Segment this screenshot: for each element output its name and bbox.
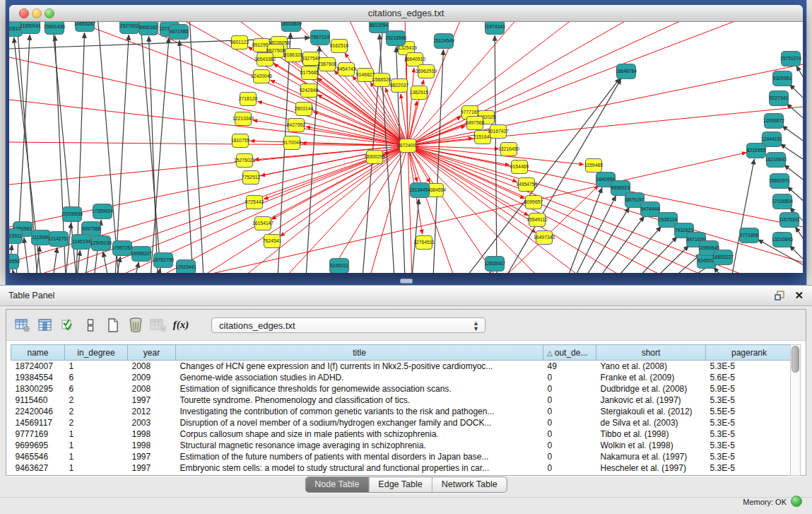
zoom-window-button[interactable] [45,8,54,18]
graph-node[interactable]: 2718120 [239,93,258,106]
graph-node[interactable]: 16033809 [281,22,302,32]
graph-node[interactable]: 8813054 [370,22,389,33]
split-pane-divider-handle[interactable] [400,279,413,284]
graph-node[interactable]: 11974343 [484,22,505,35]
column-header-pagerank[interactable]: pagerank [706,345,793,361]
graph-node[interactable]: 9329961 [773,71,792,86]
graph-node[interactable]: 15549112 [526,214,548,227]
close-window-button[interactable] [19,8,29,18]
graph-node[interactable]: 1527602 [120,22,139,34]
column-header-name[interactable]: name [11,345,65,361]
graph-node[interactable]: 18300295 [364,151,385,164]
graph-node[interactable]: 16648784 [616,64,637,79]
graph-node[interactable]: 4671985 [170,25,189,40]
graph-node[interactable]: 17016504 [772,194,793,209]
graph-node[interactable]: 17957253 [112,241,133,256]
graph-node[interactable]: 8454743 [337,63,356,76]
tab-network-table[interactable]: Network Table [432,477,507,492]
graph-node[interactable]: 9725442 [245,196,264,209]
graph-node[interactable]: 8215955 [747,144,766,158]
column-header-short[interactable]: short [596,345,706,361]
tab-node-table[interactable]: Node Table [305,477,368,492]
graph-node[interactable]: 2367608 [318,58,337,71]
graph-node[interactable]: 1145194 [72,235,91,250]
graph-node[interactable]: 10653287 [74,22,95,32]
graph-node[interactable]: 9154469 [510,160,529,174]
graph-node[interactable]: 2803144 [295,103,314,116]
new-table-icon[interactable] [104,316,122,334]
table-row[interactable]: 946554611997Estimation of the future num… [11,451,793,462]
graph-node[interactable]: 6497568 [466,117,485,130]
graph-node[interactable]: 12835067 [484,257,505,271]
graph-node[interactable]: 8186328 [284,49,303,62]
minimize-window-button[interactable] [32,8,42,18]
graph-node[interactable]: 7857224 [311,30,330,45]
graph-node[interactable]: 19218596 [385,31,406,46]
table-row[interactable]: 969969511998Structural magnetic resonanc… [11,440,793,451]
graph-node[interactable]: 8175685 [300,66,319,80]
graph-node[interactable]: 12213343 [233,112,254,126]
graph-node[interactable]: 7624541 [263,235,282,248]
graph-node[interactable]: 18724007 [397,139,418,153]
graph-node[interactable]: 15276021 [234,154,255,168]
column-header-title[interactable]: title [176,345,543,361]
graph-node[interactable]: 13210845 [772,233,793,247]
graph-node[interactable]: 6771806 [740,228,759,243]
tab-edge-table[interactable]: Edge Table [368,477,431,492]
clear-selection-icon[interactable] [81,316,100,334]
graph-node[interactable]: 12764511 [413,236,435,250]
graph-node[interactable]: 16497343 [534,231,555,245]
table-settings-icon[interactable] [13,316,32,334]
graph-node[interactable]: 20691436 [44,22,65,35]
graph-node[interactable]: 12505135 [90,236,112,251]
column-header-in_degree[interactable]: in_degree [65,345,128,361]
graph-node[interactable]: 15124549 [433,34,454,49]
close-panel-icon[interactable]: ✕ [794,288,804,303]
graph-node[interactable]: 17359924 [92,204,113,219]
graph-node[interactable]: 1568520 [372,74,392,87]
graph-node[interactable]: 22420046 [251,70,272,83]
graph-node[interactable]: 15134454 [409,183,430,198]
graph-node[interactable]: 1810755 [231,134,250,148]
float-panel-icon[interactable] [775,291,785,300]
scrollbar-thumb[interactable] [792,346,799,373]
graph-node[interactable]: 3915911 [9,229,23,244]
graph-node[interactable]: 11675331 [779,213,800,228]
table-row[interactable]: 1938455462009Genome-wide association stu… [11,372,793,383]
graph-node[interactable]: 16782759 [153,253,174,268]
graph-node[interactable]: 7752512 [242,171,261,185]
graph-node[interactable]: 1159485 [584,159,603,173]
graph-node[interactable]: 16543382 [254,53,276,66]
graph-node[interactable]: 16210643 [765,153,787,168]
graph-node[interactable]: 26206556 [9,255,20,269]
column-header-out_de[interactable]: △out_de... [543,345,596,361]
graph-node[interactable]: 9162516 [330,40,349,53]
graph-node[interactable]: 15751074 [780,52,801,66]
graph-node[interactable]: 8466162 [139,22,158,35]
table-row[interactable]: 1872400712008Changes of HCN gene express… [11,361,793,373]
graph-node[interactable]: 8601123 [230,36,249,49]
graph-node[interactable]: 13216450 [498,143,519,156]
network-canvas[interactable]: 1872400786011238912954182260589827508818… [9,22,803,273]
graph-node[interactable]: 9170044 [283,136,302,150]
graph-node[interactable]: 16958107 [131,247,152,262]
table-vertical-scrollbar[interactable] [790,344,801,476]
table-row[interactable]: 977716911998Corpus callosum shape and si… [11,428,793,440]
table-row[interactable]: 911546021997Tourette syndrome. Phenomeno… [11,395,793,406]
show-columns-icon[interactable] [36,316,54,334]
network-window-titlebar[interactable]: citations_edges.txt [9,5,803,22]
graph-node[interactable]: 15692971 [769,174,790,189]
graph-node[interactable]: 16962919 [416,65,437,78]
graph-node[interactable]: 12093872 [763,114,784,129]
graph-node[interactable]: 11650041 [20,22,41,34]
graph-node[interactable]: 20206536 [61,207,83,222]
graph-node[interactable]: 9242848 [300,84,319,98]
graph-node[interactable]: 12923441 [175,260,196,274]
delete-table-disabled-icon[interactable] [149,316,167,334]
graph-node[interactable]: 14954754 [516,178,537,192]
graph-node[interactable]: 9227341 [770,91,789,106]
graph-node[interactable]: 9245011 [330,259,349,274]
table-row[interactable]: 1456911722003Disruption of a novel membe… [11,417,793,428]
graph-node[interactable]: 16853227 [712,250,734,265]
graph-node[interactable]: 1362615 [410,86,429,100]
